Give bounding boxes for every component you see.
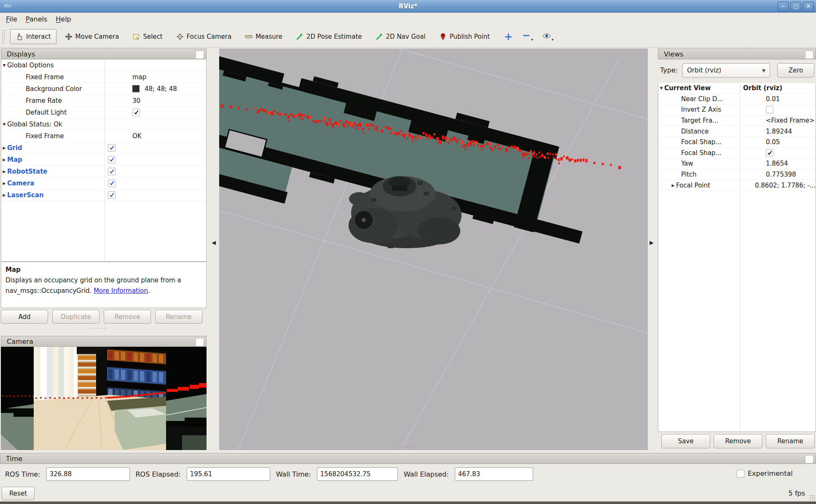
row-value-cell[interactable]	[105, 191, 115, 199]
views-row-target-fra[interactable]: Target Fra...<Fixed Frame>	[658, 115, 816, 126]
title-bar[interactable]: RVi RViz* −▢✕	[0, 0, 816, 13]
displays-row-frame-rate[interactable]: Frame Rate30	[1, 95, 206, 107]
row-checkbox-default-light[interactable]	[132, 109, 140, 116]
displays-row-default-light[interactable]: Default Light	[1, 107, 206, 118]
remove-button[interactable]: Remove	[714, 434, 762, 448]
expander-icon[interactable]: ▶	[1, 169, 7, 174]
menu-file[interactable]: File	[2, 13, 21, 25]
save-button[interactable]: Save	[661, 434, 710, 448]
time-panel-header[interactable]: Time	[0, 453, 816, 464]
resize-grip[interactable]	[809, 495, 815, 501]
row-checkbox-camera[interactable]	[108, 180, 115, 187]
row-value-cell[interactable]	[762, 149, 773, 157]
row-value-cell[interactable]: 48; 48; 48	[129, 85, 177, 93]
remove-tool-button[interactable]: −	[522, 32, 530, 39]
views-row-focal-shap[interactable]: Focal Shap...0.05	[658, 137, 816, 148]
chevron-down-icon[interactable]: ▾	[531, 38, 533, 42]
row-checkbox-laserscan[interactable]	[108, 191, 115, 199]
row-value-cell[interactable]: 0.05	[762, 138, 780, 146]
row-value-cell[interactable]: OK	[129, 132, 142, 140]
expander-icon[interactable]: ▶	[1, 158, 7, 162]
displays-row-global-status-ok[interactable]: ▼Global Status: Ok	[1, 118, 206, 130]
row-checkbox-invert-z-axis[interactable]	[766, 106, 773, 113]
views-row-distance[interactable]: Distance1.89244	[658, 126, 816, 137]
tool-publish-point[interactable]: Publish Point	[434, 29, 495, 44]
displays-row-map[interactable]: ▶Map	[1, 154, 206, 166]
tool-2d-pose-estimate[interactable]: 2D Pose Estimate	[291, 29, 367, 44]
row-value-cell[interactable]	[105, 156, 115, 164]
row-value-cell[interactable]	[105, 168, 115, 175]
add-button[interactable]: Add	[1, 310, 48, 324]
zero-button[interactable]: Zero	[777, 63, 814, 78]
tool-move-camera[interactable]: Move Camera	[60, 29, 124, 44]
chevron-down-icon[interactable]: ▾	[552, 38, 554, 42]
row-value-cell[interactable]: map	[129, 73, 146, 81]
displays-row-robotstate[interactable]: ▶RobotState	[1, 166, 206, 177]
time-float-button[interactable]	[805, 455, 813, 464]
expander-icon[interactable]: ▶	[670, 183, 676, 188]
views-row-focal-point[interactable]: ▶Focal Point0.8602; 1.7786; -...	[658, 180, 816, 191]
views-float-button[interactable]	[805, 51, 813, 59]
reset-button[interactable]: Reset	[2, 487, 35, 500]
views-row-current-view[interactable]: ▼Current ViewOrbit (rviz)	[658, 83, 816, 94]
expander-icon[interactable]: ▼	[1, 122, 7, 126]
expander-icon[interactable]: ▶	[1, 193, 7, 197]
view-type-combo[interactable]: Orbit (rviz) ▼	[682, 63, 770, 78]
ros-elapsed-input[interactable]: 195.61	[187, 467, 270, 481]
views-row-invert-z-axis[interactable]: Invert Z Axis	[658, 105, 816, 115]
row-checkbox-map[interactable]	[108, 156, 115, 164]
expander-icon[interactable]: ▶	[1, 146, 7, 150]
views-panel-header[interactable]: Views	[658, 48, 816, 59]
menu-help[interactable]: Help	[51, 13, 75, 25]
row-value-cell[interactable]: 1.89244	[762, 128, 792, 135]
duplicate-button[interactable]: Duplicate	[52, 310, 99, 324]
row-value-cell[interactable]	[105, 144, 115, 152]
close-button[interactable]: ✕	[803, 2, 814, 11]
row-value-cell[interactable]	[105, 180, 115, 187]
splitter-handle-dots[interactable]: ······	[91, 325, 106, 332]
expander-icon[interactable]: ▶	[1, 181, 7, 185]
row-value-cell[interactable]	[762, 106, 773, 113]
row-value-cell[interactable]	[129, 109, 140, 116]
row-value-cell[interactable]: 30	[129, 97, 140, 105]
tool-focus-camera[interactable]: Focus Camera	[171, 29, 236, 44]
displays-row-fixed-frame[interactable]: Fixed Framemap	[1, 71, 206, 83]
experimental-checkbox[interactable]	[737, 470, 744, 477]
tool-visibility-button[interactable]	[542, 32, 551, 40]
displays-float-button[interactable]	[196, 51, 204, 59]
add-tool-button[interactable]: +	[504, 33, 513, 40]
wall-elapsed-input[interactable]: 467.83	[455, 467, 533, 481]
row-value-cell[interactable]: 0.01	[762, 95, 780, 103]
displays-panel-header[interactable]: Displays	[1, 48, 207, 59]
views-row-yaw[interactable]: Yaw1.8654	[658, 158, 816, 169]
wall-time-input[interactable]: 1568204532.75	[317, 467, 398, 481]
menu-panels[interactable]: Panels	[21, 13, 52, 25]
tool-2d-nav-goal[interactable]: 2D Nav Goal	[370, 29, 431, 44]
camera-panel-header[interactable]: Camera	[1, 336, 207, 347]
expander-icon[interactable]: ▼	[658, 86, 664, 90]
expander-icon[interactable]: ▼	[1, 63, 7, 67]
displays-row-grid[interactable]: ▶Grid	[1, 142, 206, 154]
row-value-cell[interactable]: Orbit (rviz)	[740, 84, 782, 92]
tool-select[interactable]: Select	[127, 29, 167, 44]
row-checkbox-grid[interactable]	[108, 144, 115, 152]
row-value-cell[interactable]: 1.8654	[762, 160, 788, 167]
views-row-pitch[interactable]: Pitch0.775398	[658, 169, 816, 180]
rename-button[interactable]: Rename	[766, 434, 815, 448]
collapse-left-icon[interactable]: ◀	[212, 239, 216, 246]
views-row-focal-shap[interactable]: Focal Shap...	[658, 148, 816, 159]
views-row-near-clip-d[interactable]: Near Clip D...0.01	[658, 94, 816, 105]
collapse-right-icon[interactable]: ▶	[650, 239, 654, 246]
displays-row-fixed-frame[interactable]: Fixed FrameOK	[1, 130, 206, 142]
displays-row-camera[interactable]: ▶Camera	[1, 177, 206, 189]
camera-float-button[interactable]	[196, 338, 204, 346]
displays-row-background-color[interactable]: Background Color48; 48; 48	[1, 83, 206, 95]
more-information-link[interactable]: More Information	[94, 287, 148, 295]
ros-time-input[interactable]: 326.88	[46, 467, 130, 481]
remove-button[interactable]: Remove	[104, 310, 151, 324]
tool-measure[interactable]: Measure	[240, 29, 287, 44]
row-checkbox-focal-shap[interactable]	[766, 149, 773, 157]
row-checkbox-robotstate[interactable]	[108, 168, 115, 175]
tool-interact[interactable]: Interact	[10, 29, 56, 44]
displays-row-global-options[interactable]: ▼Global Options	[1, 59, 206, 71]
